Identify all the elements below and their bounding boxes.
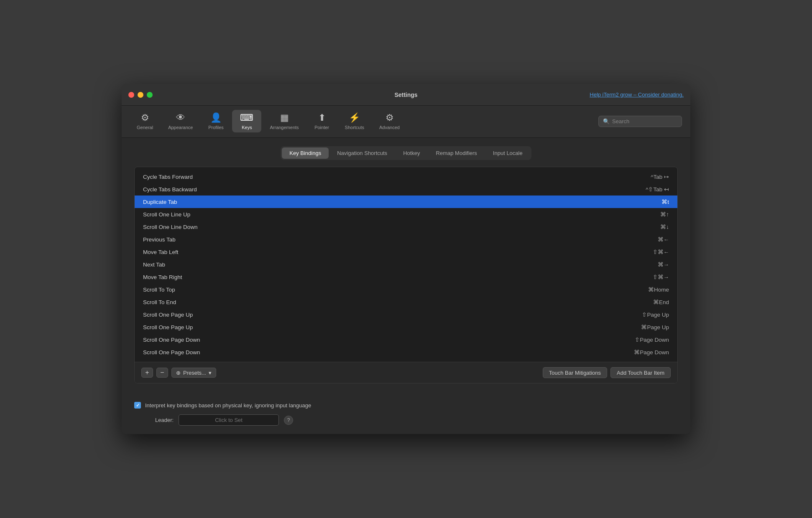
- binding-row[interactable]: Move Tab Left⇧⌘←: [135, 246, 677, 258]
- binding-row[interactable]: Scroll One Page Up⌘Page Up: [135, 321, 677, 333]
- tab-hotkey[interactable]: Hotkey: [396, 147, 427, 159]
- checkbox-label: Interpret key bindings based on physical…: [145, 402, 311, 409]
- general-label: General: [137, 125, 153, 130]
- binding-action-label: Scroll One Page Up: [143, 324, 641, 330]
- titlebar: Settings Help iTerm2 grow – Consider don…: [122, 84, 690, 106]
- binding-action-label: Cycle Tabs Backward: [143, 186, 646, 193]
- bindings-panel: Cycle Tabs Forward^Tab ↦Cycle Tabs Backw…: [134, 167, 678, 383]
- binding-action-label: Scroll To End: [143, 299, 653, 305]
- add-binding-button[interactable]: +: [141, 368, 153, 378]
- presets-chevron-icon: ▾: [209, 370, 212, 376]
- binding-key-label: ⌘↑: [660, 211, 669, 218]
- binding-key-label: ⌘End: [653, 299, 669, 305]
- presets-label: Presets...: [183, 370, 206, 376]
- binding-row[interactable]: Scroll One Page Up⇧Page Up: [135, 308, 677, 321]
- footer-section: ✓ Interpret key bindings based on physic…: [122, 396, 690, 434]
- keys-icon: ⌨: [240, 112, 253, 123]
- keys-label: Keys: [242, 125, 252, 130]
- window-title: Settings: [394, 91, 417, 98]
- binding-row[interactable]: Scroll One Line Up⌘↑: [135, 208, 677, 221]
- general-icon: ⚙: [141, 112, 149, 123]
- binding-action-label: Scroll One Line Up: [143, 211, 660, 218]
- binding-key-label: ⌘Page Up: [641, 324, 669, 330]
- close-button[interactable]: [128, 92, 134, 98]
- binding-row[interactable]: Scroll One Page Down⇧Page Down: [135, 333, 677, 346]
- binding-action-label: Scroll One Line Down: [143, 224, 660, 230]
- tab-key-bindings[interactable]: Key Bindings: [282, 147, 329, 159]
- binding-key-label: ^⇧Tab ↤: [646, 186, 669, 193]
- binding-row[interactable]: Cycle Tabs Backward^⇧Tab ↤: [135, 183, 677, 196]
- binding-row[interactable]: Scroll One Line Down⌘↓: [135, 221, 677, 233]
- binding-key-label: ⌘t: [661, 198, 669, 205]
- presets-dropdown[interactable]: ⊕ Presets... ▾: [171, 368, 216, 378]
- search-icon: 🔍: [603, 118, 610, 124]
- search-input[interactable]: [612, 118, 677, 124]
- checkmark-icon: ✓: [136, 403, 140, 408]
- bindings-list: Cycle Tabs Forward^Tab ↦Cycle Tabs Backw…: [135, 167, 677, 362]
- advanced-icon: ⚙: [386, 112, 394, 123]
- binding-action-label: Scroll One Page Down: [143, 337, 635, 343]
- tab-remap-modifiers[interactable]: Remap Modifiers: [429, 147, 485, 159]
- binding-key-label: ⇧⌘←: [653, 249, 669, 255]
- help-button[interactable]: ?: [284, 416, 293, 425]
- checkbox-row: ✓ Interpret key bindings based on physic…: [134, 402, 678, 409]
- appearance-label: Appearance: [168, 125, 193, 130]
- profiles-label: Profiles: [208, 125, 224, 130]
- interpret-key-bindings-checkbox[interactable]: ✓: [134, 402, 141, 409]
- profiles-icon: 👤: [210, 112, 222, 123]
- binding-key-label: ⇧⌘→: [653, 274, 669, 280]
- binding-row[interactable]: Duplicate Tab⌘t: [135, 196, 677, 208]
- toolbar-item-profiles[interactable]: 👤 Profiles: [201, 110, 230, 132]
- remove-binding-button[interactable]: −: [156, 368, 168, 378]
- content-area: Key Bindings Navigation Shortcuts Hotkey…: [122, 138, 690, 396]
- binding-row[interactable]: Next Tab⌘→: [135, 258, 677, 271]
- toolbar-items: ⚙ General 👁 Appearance 👤 Profiles ⌨ Keys…: [130, 110, 598, 132]
- help-donate-link[interactable]: Help iTerm2 grow – Consider donating.: [590, 91, 684, 98]
- leader-label: Leader:: [155, 417, 174, 423]
- toolbar-item-advanced[interactable]: ⚙ Advanced: [373, 110, 406, 132]
- binding-action-label: Move Tab Right: [143, 274, 653, 280]
- toolbar-item-keys[interactable]: ⌨ Keys: [232, 110, 261, 132]
- binding-action-label: Scroll To Top: [143, 287, 648, 293]
- binding-row[interactable]: Move Tab Right⇧⌘→: [135, 271, 677, 283]
- binding-action-label: Previous Tab: [143, 236, 658, 243]
- toolbar-item-pointer[interactable]: ⬆ Pointer: [307, 110, 337, 132]
- maximize-button[interactable]: [147, 92, 153, 98]
- toolbar-item-arrangements[interactable]: ▦ Arrangements: [263, 110, 305, 132]
- binding-action-label: Scroll One Page Up: [143, 312, 642, 318]
- touch-bar-mitigations-button[interactable]: Touch Bar Mitigations: [543, 367, 607, 378]
- toolbar-item-shortcuts[interactable]: ⚡ Shortcuts: [338, 110, 371, 132]
- tab-input-locale[interactable]: Input Locale: [485, 147, 530, 159]
- binding-action-label: Cycle Tabs Forward: [143, 174, 651, 180]
- binding-row[interactable]: Previous Tab⌘←: [135, 233, 677, 246]
- binding-row[interactable]: Scroll To End⌘End: [135, 296, 677, 308]
- binding-key-label: ^Tab ↦: [651, 173, 669, 180]
- binding-key-label: ⌘↓: [660, 223, 669, 230]
- toolbar-item-appearance[interactable]: 👁 Appearance: [161, 110, 199, 132]
- toolbar: ⚙ General 👁 Appearance 👤 Profiles ⌨ Keys…: [122, 106, 690, 138]
- binding-action-label: Scroll One Page Down: [143, 349, 634, 355]
- add-touch-bar-item-button[interactable]: Add Touch Bar Item: [610, 367, 671, 378]
- binding-key-label: ⇧Page Down: [635, 336, 669, 343]
- binding-action-label: Move Tab Left: [143, 249, 653, 255]
- bottom-bar: + − ⊕ Presets... ▾ Touch Bar Mitigations…: [135, 362, 677, 383]
- binding-action-label: Duplicate Tab: [143, 199, 661, 205]
- minimize-button[interactable]: [138, 92, 143, 98]
- binding-action-label: Next Tab: [143, 262, 658, 268]
- search-box[interactable]: 🔍: [598, 116, 682, 127]
- binding-row[interactable]: Scroll To Top⌘Home: [135, 283, 677, 296]
- toolbar-item-general[interactable]: ⚙ General: [130, 110, 160, 132]
- binding-row[interactable]: Scroll One Page Down⌘Page Down: [135, 346, 677, 358]
- appearance-icon: 👁: [176, 112, 185, 123]
- binding-key-label: ⌘Page Down: [634, 349, 669, 355]
- shortcuts-icon: ⚡: [349, 112, 360, 123]
- binding-key-label: ⌘←: [658, 236, 669, 243]
- shortcuts-label: Shortcuts: [345, 125, 364, 130]
- binding-row[interactable]: Cycle Tabs Forward^Tab ↦: [135, 170, 677, 183]
- leader-input[interactable]: [179, 414, 279, 426]
- binding-key-label: ⇧Page Up: [642, 311, 669, 318]
- pointer-icon: ⬆: [318, 112, 326, 123]
- binding-key-label: ⌘Home: [648, 286, 669, 293]
- tab-navigation-shortcuts[interactable]: Navigation Shortcuts: [329, 147, 395, 159]
- advanced-label: Advanced: [379, 125, 400, 130]
